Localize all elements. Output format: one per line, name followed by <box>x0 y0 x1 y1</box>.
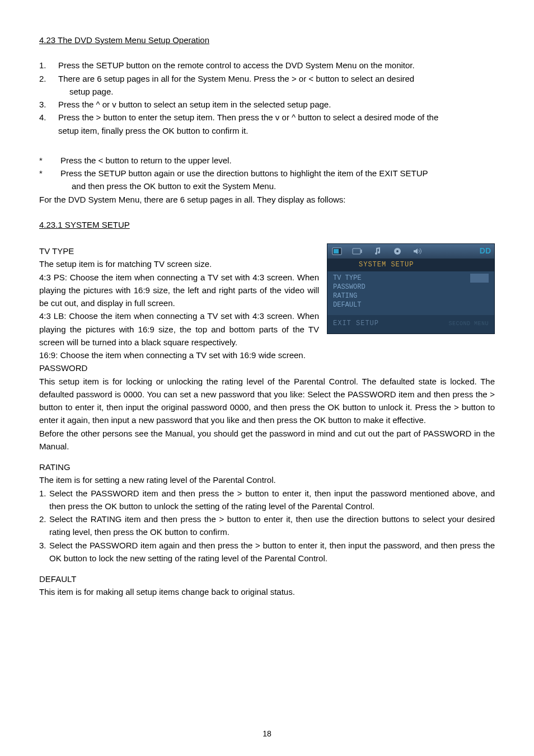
asterisk: * <box>39 154 60 167</box>
list-text: Select the PASSWORD item again and then … <box>49 539 495 565</box>
menu-item-rating: RATING <box>333 292 489 300</box>
password-body-2: Before the other persons see the Manual,… <box>39 427 495 453</box>
disc-icon <box>391 247 404 256</box>
setup-steps-list: 1. Press the SETUP button on the remote … <box>39 59 495 137</box>
list-text: Press the ^ or v button to select an set… <box>58 98 495 111</box>
svg-point-5 <box>396 250 399 252</box>
list-number: 3. <box>39 539 49 565</box>
text-line: Press the > button to enter the setup it… <box>58 112 438 122</box>
menu-footer: EXIT SETUP SECOND MENU <box>327 315 494 334</box>
password-title: PASSWORD <box>39 361 495 374</box>
tv-type-block: DD SYSTEM SETUP TV TYPE PASSWORD RATING … <box>39 241 495 349</box>
step-3: 3. Press the ^ or v button to select an … <box>39 98 495 111</box>
rating-step-2: 2. Select the RATING item and then press… <box>39 513 495 539</box>
step-4: 4. Press the > button to enter the setup… <box>39 111 495 137</box>
step-1: 1. Press the SETUP button on the remote … <box>39 59 495 72</box>
list-number: 1. <box>39 59 58 72</box>
follow-paragraph: For the DVD System Menu, there are 6 set… <box>39 193 495 206</box>
svg-rect-2 <box>353 248 360 254</box>
rating-step-3: 3. Select the PASSWORD item again and th… <box>39 539 495 565</box>
music-note-icon <box>371 247 383 256</box>
system-setup-menu: DD SYSTEM SETUP TV TYPE PASSWORD RATING … <box>327 243 495 334</box>
section-heading-4-23: 4.23 The DVD System Menu Setup Operation <box>39 34 495 46</box>
text-line: Press the SETUP button again or use the … <box>60 168 428 178</box>
list-text: There are 6 setup pages in all for the S… <box>58 72 495 98</box>
default-body: This item is for making all setup items … <box>39 585 495 598</box>
note-text: Press the SETUP button again or use the … <box>60 167 495 193</box>
menu-item-password: PASSWORD <box>333 283 489 292</box>
page-number: 18 <box>0 728 534 740</box>
list-text: Select the RATING item and then press th… <box>49 513 495 539</box>
menu-item-default: DEFAULT <box>333 300 489 309</box>
note-2: * Press the SETUP button again or use th… <box>39 167 495 193</box>
second-menu-hint: SECOND MENU <box>448 320 489 328</box>
list-number: 4. <box>39 111 58 137</box>
tv-icon <box>331 247 343 256</box>
text-line: setup page. <box>58 85 495 98</box>
dd-label: DD <box>480 245 491 257</box>
asterisk: * <box>39 167 60 193</box>
rating-title: RATING <box>39 461 495 473</box>
rating-step-1: 1. Select the PASSWORD item and then pre… <box>39 487 495 513</box>
svg-rect-3 <box>361 250 362 253</box>
exit-setup-label: EXIT SETUP <box>333 318 379 329</box>
list-number: 1. <box>39 487 49 513</box>
note-1: * Press the < button to return to the up… <box>39 154 495 167</box>
step-2: 2. There are 6 setup pages in all for th… <box>39 72 495 98</box>
default-title: DEFAULT <box>39 572 495 585</box>
subsection-heading-4-23-1: 4.23.1 SYSTEM SETUP <box>39 218 495 231</box>
screen-icon <box>351 247 363 256</box>
svg-rect-1 <box>334 249 339 253</box>
text-line: setup item, finally press the OK button … <box>58 124 495 137</box>
list-text: Press the SETUP button on the remote con… <box>58 59 495 72</box>
list-text: Press the > button to enter the setup it… <box>58 111 495 137</box>
text-line: and then press the OK button to exit the… <box>60 180 495 192</box>
system-setup-menu-figure: DD SYSTEM SETUP TV TYPE PASSWORD RATING … <box>327 243 495 334</box>
note-text: Press the < button to return to the uppe… <box>60 154 495 167</box>
password-body-1: This setup item is for locking or unlock… <box>39 375 495 427</box>
menu-title: SYSTEM SETUP <box>327 259 494 271</box>
menu-item-tv-type: TV TYPE <box>333 274 489 283</box>
list-number: 2. <box>39 72 58 98</box>
menu-tabs: DD <box>327 244 494 259</box>
tv-type-169: 16:9: Choose the item when connecting a … <box>39 349 495 361</box>
menu-item-label: TV TYPE <box>333 274 361 283</box>
menu-items: TV TYPE PASSWORD RATING DEFAULT <box>327 271 494 316</box>
list-number: 3. <box>39 98 58 111</box>
speaker-icon <box>411 247 424 256</box>
menu-item-value <box>470 274 489 283</box>
rating-intro: The item is for setting a new rating lev… <box>39 473 495 486</box>
list-text: Select the PASSWORD item and then press … <box>49 487 495 513</box>
list-number: 2. <box>39 513 49 539</box>
text-line: There are 6 setup pages in all for the S… <box>58 74 414 83</box>
